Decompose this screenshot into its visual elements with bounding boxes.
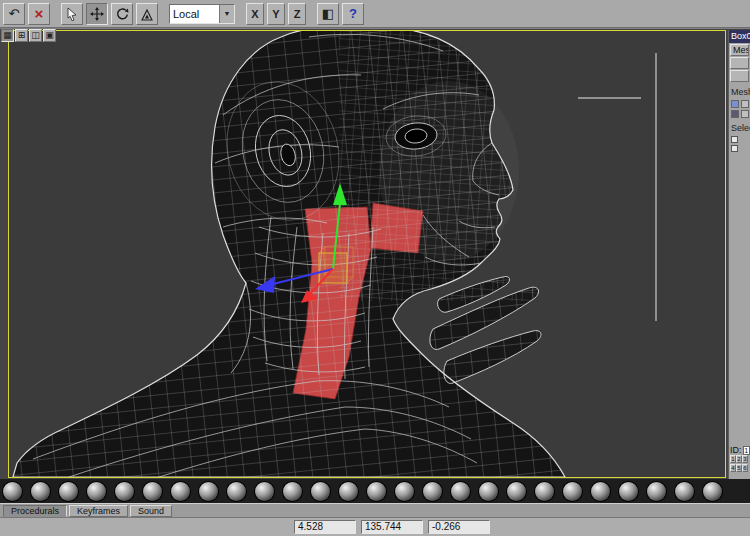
selection-checkbox[interactable] [731, 136, 738, 143]
tab-keyframes[interactable]: Keyframes [69, 505, 128, 517]
select-object-button[interactable] [61, 3, 83, 25]
undo-button[interactable]: ↶ [3, 3, 25, 25]
subobject-icon-row [729, 98, 750, 108]
bone-helper[interactable] [578, 53, 656, 321]
help-button[interactable]: ? [342, 3, 364, 25]
display-toggle-button[interactable]: ◧ [317, 3, 339, 25]
material-sphere[interactable] [367, 482, 386, 501]
grid-icon[interactable]: ▦ [1, 29, 14, 42]
snap-toggle-icon[interactable]: ▣ [43, 29, 56, 42]
application-window: ↶ × [0, 0, 750, 536]
modifier-stack-item[interactable]: Mesh [730, 44, 749, 56]
rollout-label-mesh[interactable]: Mesh [729, 87, 750, 98]
scale-icon [140, 7, 154, 21]
material-sphere[interactable] [395, 482, 414, 501]
material-sphere[interactable] [227, 482, 246, 501]
chevron-down-icon[interactable]: ▼ [219, 5, 234, 23]
toolbar-separator [161, 3, 166, 25]
bottom-tab-bar: Procedurals Keyframes Sound [0, 503, 750, 517]
material-sphere[interactable] [339, 482, 358, 501]
window-split-icon[interactable]: ⊞ [15, 29, 28, 42]
stack-row[interactable] [730, 57, 749, 69]
material-sphere[interactable] [619, 482, 638, 501]
rotate-icon [115, 7, 129, 21]
selection-checkbox[interactable] [731, 145, 738, 152]
tab-procedurals[interactable]: Procedurals [3, 505, 67, 517]
toolbar-separator [309, 3, 314, 25]
coordinate-x-input[interactable]: 4.528 [294, 520, 356, 534]
material-sphere[interactable] [143, 482, 162, 501]
material-sphere[interactable] [507, 482, 526, 501]
select-arrow-icon [65, 7, 79, 21]
material-sphere[interactable] [423, 482, 442, 501]
delete-button[interactable]: × [28, 3, 50, 25]
material-sphere[interactable] [171, 482, 190, 501]
viewport-mini-toolbar: ▦ ⊞ ◫ ▣ [1, 29, 56, 42]
coordinate-space-value: Local [170, 8, 219, 20]
axis-constraint-x-button[interactable]: X [246, 3, 264, 25]
coordinate-z-input[interactable]: -0.266 [428, 520, 490, 534]
select-scale-button[interactable] [136, 3, 158, 25]
face-subobject-icon[interactable] [731, 110, 739, 118]
reference-coordinate-dropdown[interactable]: Local ▼ [169, 4, 235, 24]
material-sphere[interactable] [647, 482, 666, 501]
object-name-field[interactable]: Box01 [729, 30, 750, 43]
material-sphere[interactable] [451, 482, 470, 501]
element-subobject-icon[interactable] [741, 110, 749, 118]
stack-row[interactable] [730, 70, 749, 82]
material-sphere[interactable] [703, 482, 722, 501]
material-id-value[interactable]: 1 [743, 446, 750, 455]
material-sphere[interactable] [479, 482, 498, 501]
material-sphere[interactable] [563, 482, 582, 501]
tab-sound[interactable]: Sound [130, 505, 172, 517]
viewport-canvas[interactable] [9, 31, 725, 477]
material-slots [0, 479, 750, 503]
vertex-subobject-icon[interactable] [731, 100, 739, 108]
material-sphere[interactable] [115, 482, 134, 501]
coordinate-y-input[interactable]: 135.744 [361, 520, 423, 534]
select-rotate-button[interactable] [111, 3, 133, 25]
undo-icon: ↶ [9, 6, 20, 21]
command-panel: Box01 Mesh Mesh Select ID: 1 1 2 3 4 5 6 [728, 30, 750, 479]
move-icon [90, 7, 104, 21]
delete-icon: × [35, 5, 44, 22]
material-sphere[interactable] [675, 482, 694, 501]
material-sphere[interactable] [87, 482, 106, 501]
main-toolbar: ↶ × [0, 0, 750, 28]
axis-constraint-z-button[interactable]: Z [288, 3, 306, 25]
toolbar-separator [238, 3, 243, 25]
edge-subobject-icon[interactable] [741, 100, 749, 108]
material-sphere[interactable] [591, 482, 610, 501]
help-icon: ? [349, 6, 357, 21]
material-sphere[interactable] [283, 482, 302, 501]
select-move-button[interactable] [86, 3, 108, 25]
material-id-label: ID: [730, 445, 742, 455]
panel-toggle-icon[interactable]: ◫ [29, 29, 42, 42]
subobject-icon-row [729, 108, 750, 118]
material-sphere[interactable] [31, 482, 50, 501]
smoothing-group-button[interactable]: 6 [742, 464, 748, 472]
material-sphere[interactable] [59, 482, 78, 501]
material-sphere[interactable] [3, 482, 22, 501]
smoothing-group-button[interactable]: 3 [742, 455, 748, 463]
material-sphere[interactable] [255, 482, 274, 501]
display-icon: ◧ [322, 6, 334, 21]
selection-rollout-label[interactable]: Select [729, 123, 750, 134]
material-sphere[interactable] [199, 482, 218, 501]
axis-constraint-y-button[interactable]: Y [267, 3, 285, 25]
material-sphere[interactable] [535, 482, 554, 501]
coordinate-display: 4.528 135.744 -0.266 [294, 520, 490, 534]
material-sphere[interactable] [311, 482, 330, 501]
toolbar-separator [53, 3, 58, 25]
smoothing-group-grid: 1 2 3 4 5 6 [729, 455, 750, 473]
viewport[interactable] [8, 30, 726, 478]
material-id-row: ID: 1 [729, 445, 750, 455]
status-bar: 4.528 135.744 -0.266 [0, 517, 750, 536]
